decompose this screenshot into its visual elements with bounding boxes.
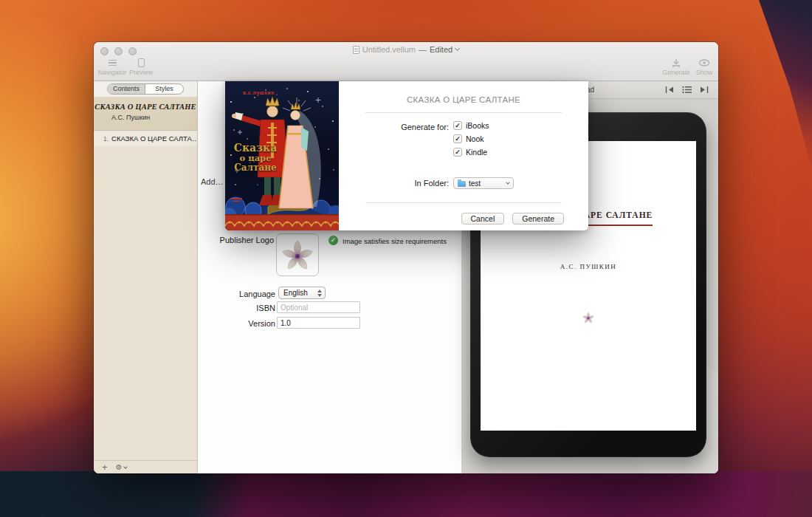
tab-contents[interactable]: Contents: [108, 84, 145, 94]
folder-name: test: [469, 179, 503, 188]
preview-button[interactable]: Preview: [126, 58, 156, 76]
gear-chevron-down-icon: [123, 465, 128, 469]
sidebar-book-header: СКАЗКА О ЦАРЕ САЛТАНЕ А.С. Пушкин: [94, 97, 197, 131]
contents-styles-segmented-control: Contents Styles: [107, 83, 184, 95]
window-titlebar: Untitled.vellum — Edited: [94, 45, 718, 55]
sheet-title: СКАЗКА О ЦАРЕ САЛТАНЕ: [339, 95, 588, 104]
sidebar-book-author: А.С. Пушкин: [111, 114, 197, 121]
nook-checkbox[interactable]: ✓: [453, 134, 462, 143]
navigator-icon: [109, 60, 117, 66]
generate-button[interactable]: Generate: [512, 213, 564, 225]
publisher-logo-well[interactable]: [276, 233, 319, 276]
version-label: Version: [198, 319, 275, 328]
isbn-label: ISBN: [198, 304, 275, 312]
book-cover: а.с.пушкин Сказка о царе Салтане: [225, 81, 339, 230]
window-content: Contents Styles СКАЗКА О ЦАРЕ САЛТАНЕ А.…: [94, 81, 718, 473]
ibooks-checkbox[interactable]: ✓: [453, 121, 462, 130]
nook-checkbox-row: ✓ Nook: [453, 134, 484, 143]
sidebar-tabstrip: Contents Styles: [94, 81, 197, 97]
cover-author-text: а.с.пушкин: [243, 90, 275, 95]
desktop: Untitled.vellum — Edited Navigator Previ…: [0, 0, 812, 517]
cancel-button[interactable]: Cancel: [461, 213, 505, 225]
stepper-arrows-icon: [315, 290, 325, 297]
publisher-logo-flower: [281, 239, 314, 271]
sidebar-book-title: СКАЗКА О ЦАРЕ САЛТАНЕ: [94, 103, 197, 111]
skip-to-start-button[interactable]: [665, 86, 674, 94]
language-dropdown[interactable]: English: [278, 287, 326, 299]
generate-sheet: а.с.пушкин Сказка о царе Салтане СКАЗКА …: [225, 81, 588, 230]
generate-sheet-controls: СКАЗКА О ЦАРЕ САЛТАНЕ Generate for: ✓ iB…: [339, 81, 588, 230]
ibooks-label: iBooks: [466, 121, 489, 130]
kindle-checkbox[interactable]: ✓: [453, 148, 462, 157]
show-toolbar-button[interactable]: Show: [689, 58, 718, 76]
table-of-contents-button[interactable]: [682, 86, 692, 94]
vellum-window: Untitled.vellum — Edited Navigator Previ…: [94, 42, 718, 473]
sidebar-chapter-item[interactable]: 1. СКАЗКА О ЦАРЕ САЛТА…: [94, 131, 197, 146]
logo-status-text: Image satisfies size requirements: [343, 237, 447, 245]
sidebar-footer: + ⚙: [94, 460, 197, 473]
eye-icon: [689, 58, 718, 68]
window-title: Untitled.vellum: [362, 45, 416, 54]
chapter-number: 1.: [103, 135, 109, 143]
generate-for-label: Generate for:: [339, 123, 449, 131]
page-flower-ornament: [481, 312, 696, 326]
ibooks-checkbox-row: ✓ iBooks: [453, 121, 489, 130]
preview-icon: [138, 58, 145, 67]
folder-icon: [458, 181, 466, 187]
skip-to-end-button[interactable]: [700, 86, 709, 94]
version-field[interactable]: [277, 317, 360, 329]
sidebar-action-menu[interactable]: ⚙: [116, 464, 127, 471]
sheet-divider-bottom: [365, 202, 562, 203]
isbn-field[interactable]: [277, 301, 360, 313]
language-value: English: [279, 289, 315, 297]
publisher-logo-label: Publisher Logo: [198, 236, 274, 244]
language-label: Language: [198, 290, 275, 298]
title-chevron-down-icon[interactable]: [455, 46, 460, 51]
page-author: А.С. ПУШКИН: [481, 263, 696, 270]
gear-icon: ⚙: [116, 464, 123, 471]
kindle-label: Kindle: [466, 148, 487, 157]
in-folder-label: In Folder:: [339, 179, 449, 188]
folder-chevron-down-icon: [506, 180, 510, 185]
generate-icon: [661, 58, 691, 68]
generate-toolbar-button[interactable]: Generate: [661, 58, 691, 76]
add-cover-button[interactable]: Add…: [201, 177, 224, 186]
status-check-icon: ✓: [328, 236, 338, 245]
window-header: Untitled.vellum — Edited Navigator Previ…: [94, 42, 718, 81]
navigator-button[interactable]: Navigator: [97, 58, 127, 76]
cover-title-text: Сказка о царе Салтане: [227, 142, 284, 174]
kindle-checkbox-row: ✓ Kindle: [453, 148, 487, 157]
tab-styles[interactable]: Styles: [145, 84, 183, 94]
folder-dropdown[interactable]: test: [453, 177, 514, 189]
sidebar: Contents Styles СКАЗКА О ЦАРЕ САЛТАНЕ А.…: [94, 81, 198, 473]
chapter-title: СКАЗКА О ЦАРЕ САЛТА…: [111, 134, 197, 143]
sheet-divider-top: [365, 112, 562, 113]
nook-label: Nook: [466, 134, 484, 143]
document-icon: [353, 46, 359, 54]
add-chapter-button[interactable]: +: [102, 462, 108, 472]
edited-status: Edited: [430, 45, 453, 54]
wallpaper-bottom-band: [0, 471, 812, 517]
